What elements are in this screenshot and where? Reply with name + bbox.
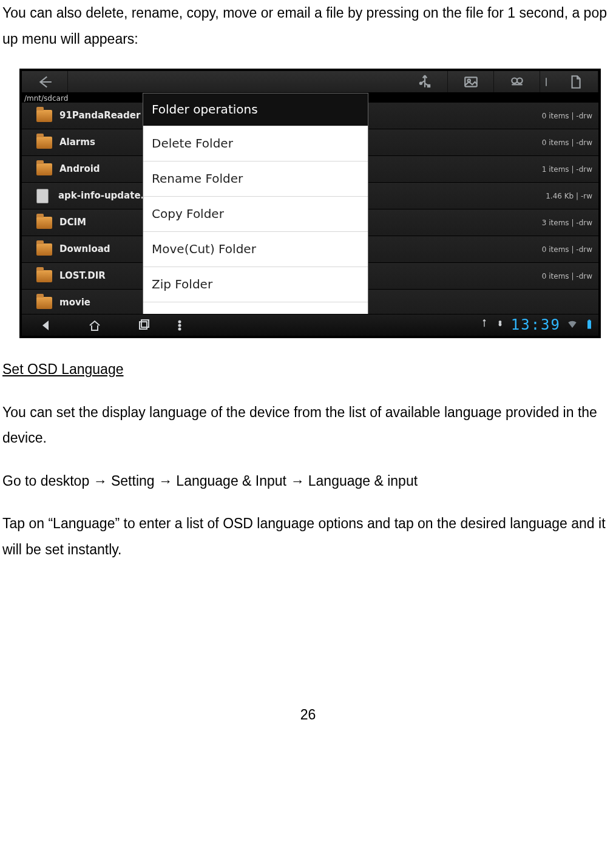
osd-para-1: You can set the display language of the … — [2, 399, 614, 451]
nav-home-icon[interactable] — [70, 314, 119, 336]
folder-icon — [36, 270, 52, 282]
svg-rect-1 — [427, 84, 429, 86]
fm-toolbar — [22, 71, 598, 93]
svg-point-5 — [517, 78, 523, 83]
popup-item[interactable]: Zip Folder — [143, 267, 368, 302]
file-icon — [36, 189, 49, 203]
popup-item[interactable]: Rename Folder — [143, 161, 368, 196]
folder-icon — [36, 163, 52, 175]
svg-point-8 — [179, 321, 181, 322]
svg-rect-14 — [589, 320, 591, 321]
picture-icon[interactable] — [448, 71, 494, 92]
sep-icon — [540, 71, 552, 92]
osd-para-2: Tap on “Language” to enter a list of OSD… — [2, 511, 614, 562]
file-info: 3 items | -drw — [542, 216, 592, 229]
back-icon[interactable] — [22, 71, 68, 92]
android-screenshot: /mnt/sdcard 91PandaReader0 items | -drwA… — [19, 69, 601, 338]
folder-icon — [36, 217, 52, 229]
film-icon[interactable] — [494, 71, 540, 92]
popup-item[interactable]: Move(Cut) Folder — [143, 231, 368, 267]
svg-point-4 — [512, 78, 517, 83]
nav-menu-icon[interactable] — [168, 314, 192, 336]
popup-item[interactable]: Delete Folder — [143, 126, 368, 161]
svg-rect-6 — [140, 322, 147, 329]
wifi-icon — [567, 312, 578, 336]
new-file-icon[interactable] — [552, 71, 598, 92]
svg-point-9 — [179, 324, 181, 326]
usb-icon[interactable] — [402, 71, 448, 92]
status-clock: 13:39 — [511, 311, 561, 336]
file-info: 0 items | -drw — [542, 136, 592, 149]
popup-title: Folder operations — [143, 93, 368, 126]
svg-point-10 — [179, 328, 181, 330]
popup-item[interactable]: Copy Folder — [143, 196, 368, 231]
svg-rect-7 — [141, 320, 149, 327]
file-info: 0 items | -drw — [542, 243, 592, 256]
battery-icon — [584, 312, 595, 336]
section-title-osd: Set OSD Language — [2, 356, 614, 382]
folder-operations-popup: Folder operations Delete FolderRename Fo… — [143, 93, 368, 336]
intro-paragraph: You can also delete, rename, copy, move … — [2, 0, 614, 52]
svg-point-0 — [419, 82, 421, 84]
file-info: 1 items | -drw — [542, 163, 592, 176]
file-info: 0 items | -drw — [542, 270, 592, 283]
folder-icon — [36, 243, 52, 256]
android-navbar: 13:39 — [22, 314, 598, 336]
folder-icon — [36, 137, 52, 149]
folder-icon — [36, 297, 52, 309]
status-usb-icon — [479, 316, 489, 335]
nav-recent-icon[interactable] — [119, 314, 168, 336]
file-info: 0 items | -drw — [542, 109, 592, 123]
folder-icon — [36, 110, 52, 122]
file-info: 1.46 Kb | -rw — [546, 189, 592, 203]
status-debug-icon — [495, 316, 505, 335]
osd-nav-path: Go to desktop → Setting → Language & Inp… — [2, 468, 614, 494]
nav-back-icon[interactable] — [22, 314, 70, 336]
svg-rect-13 — [587, 321, 591, 329]
svg-rect-12 — [499, 322, 501, 325]
page-number: 26 — [2, 702, 614, 728]
